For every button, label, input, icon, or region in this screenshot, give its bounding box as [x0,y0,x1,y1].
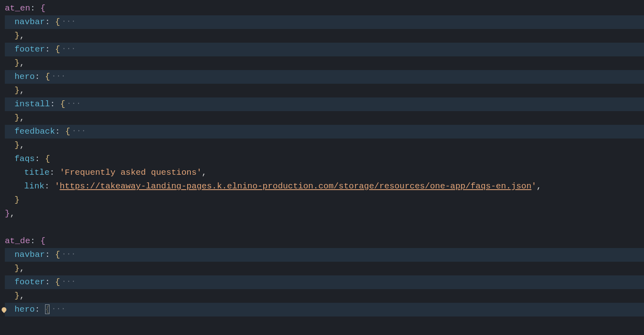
brace-close: } [14,193,20,207]
brace-open: { [60,97,65,111]
code-editor[interactable]: at_en: { navbar: {··· }, footer: {··· },… [0,0,644,316]
brace-close: } [5,207,10,221]
code-line[interactable]: } [5,193,644,207]
brace-close: } [14,111,20,125]
code-line-folded[interactable]: navbar: {··· [5,15,644,29]
string-quote: ' [55,180,60,193]
colon: : [30,2,40,15]
code-line[interactable]: }, [5,56,644,70]
code-line[interactable]: }, [5,84,644,97]
code-line[interactable]: at_en: { [5,2,644,15]
brace-open: { [55,15,60,29]
brace-open: { [45,303,50,316]
code-line-blank[interactable] [5,221,644,234]
code-line[interactable]: at_de: { [5,234,644,248]
key-navbar: navbar [14,15,45,29]
key-faqs: faqs [14,152,35,166]
key-hero: hero [14,70,35,84]
brace-open: { [40,2,45,15]
brace-open: { [45,70,50,84]
root-key: at_de [5,234,30,248]
brace-close: } [14,262,20,275]
brace-close: } [14,84,20,97]
brace-open: { [55,43,60,56]
key-navbar: navbar [14,248,45,262]
key-title: title [24,166,50,180]
url-link[interactable]: https://takeaway-landing-pages.k.elnino-… [60,180,531,193]
code-line-cursor[interactable]: hero: {··· [5,303,644,316]
brace-open: { [65,125,70,139]
root-key: at_en [5,2,30,15]
key-link: link [24,180,44,193]
fold-ellipsis-icon[interactable]: ··· [50,72,66,80]
code-line[interactable]: }, [5,139,644,152]
code-line[interactable]: link: 'https://takeaway-landing-pages.k.… [5,180,644,193]
code-line-folded[interactable]: hero: {··· [5,70,644,84]
code-line[interactable]: }, [5,262,644,275]
code-line-folded[interactable]: install: {··· [5,97,644,111]
key-footer: footer [14,43,45,56]
key-feedback: feedback [14,125,55,139]
brace-open: { [45,152,50,166]
fold-ellipsis-icon[interactable]: ··· [60,250,76,258]
code-line-folded[interactable]: footer: {··· [5,275,644,289]
key-install: install [14,97,50,111]
brace-open: { [55,248,60,262]
fold-ellipsis-icon[interactable]: ··· [60,18,76,25]
brace-open: { [55,275,60,289]
fold-ellipsis-icon[interactable]: ··· [70,127,86,134]
brace-close: } [14,289,20,303]
brace-close: } [14,56,20,70]
code-line[interactable]: }, [5,111,644,125]
string-quote: ' [531,180,537,193]
key-footer: footer [14,275,45,289]
code-line[interactable]: faqs: { [5,152,644,166]
fold-ellipsis-icon[interactable]: ··· [65,100,81,107]
string-value: 'Frequently asked questions' [60,166,202,180]
code-line[interactable]: }, [5,207,644,221]
fold-ellipsis-icon[interactable]: ··· [50,305,66,312]
key-hero: hero [14,303,35,316]
code-line[interactable]: }, [5,29,644,43]
brace-open: { [40,234,45,248]
brace-close: } [14,29,20,43]
code-line-folded[interactable]: navbar: {··· [5,248,644,262]
fold-ellipsis-icon[interactable]: ··· [60,278,76,285]
code-line[interactable]: }, [5,289,644,303]
code-line-folded[interactable]: feedback: {··· [5,125,644,139]
code-line-folded[interactable]: footer: {··· [5,43,644,56]
warning-gutter-icon[interactable] [1,306,8,313]
brace-close: } [14,139,20,152]
code-line[interactable]: title: 'Frequently asked questions', [5,166,644,180]
fold-ellipsis-icon[interactable]: ··· [60,45,76,52]
